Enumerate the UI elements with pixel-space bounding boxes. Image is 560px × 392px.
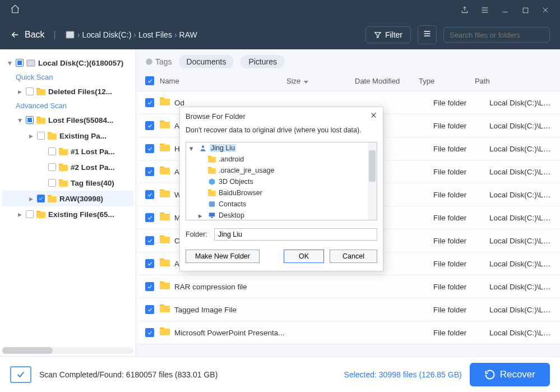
row-checkbox[interactable] xyxy=(145,121,154,130)
svg-marker-32 xyxy=(160,213,165,214)
tree-item-deleted[interactable]: ▸ Deleted Files(12... xyxy=(2,84,133,99)
cell-type: File folder xyxy=(433,237,489,245)
dialog-tree-item[interactable]: Contacts xyxy=(186,199,377,210)
breadcrumb-item[interactable]: RAW xyxy=(179,30,197,39)
checkbox[interactable] xyxy=(37,195,45,202)
svg-rect-46 xyxy=(208,168,216,174)
dialog-scrollbar[interactable] xyxy=(368,142,377,220)
row-checkbox[interactable] xyxy=(145,282,154,291)
col-path[interactable]: Path xyxy=(475,77,551,85)
tag-header: Tags Documents Pictures xyxy=(136,49,560,74)
row-checkbox[interactable] xyxy=(145,236,154,245)
dialog-tree-item[interactable]: .oracle_jre_usage xyxy=(186,165,377,176)
row-checkbox[interactable] xyxy=(145,259,154,268)
col-name[interactable]: Name xyxy=(160,77,286,85)
tag-pictures[interactable]: Pictures xyxy=(240,55,285,68)
tree-item-lost-pa1[interactable]: #1 Lost Pa... xyxy=(2,144,133,159)
folder-icon xyxy=(160,144,170,154)
folder-icon xyxy=(160,190,170,200)
filter-button[interactable]: Filter xyxy=(365,26,411,43)
tree-root[interactable]: ▾ Local Disk(C:)(6180057) xyxy=(2,55,133,71)
checkbox[interactable] xyxy=(48,163,56,171)
breadcrumb-item[interactable]: Local Disk(C:) xyxy=(82,30,131,39)
table-row[interactable]: Microsoft PowerPoint Presenta...File fol… xyxy=(136,321,560,344)
tree-item-raw[interactable]: ▸ RAW(30998) xyxy=(2,191,133,206)
select-all-checkbox[interactable] xyxy=(145,76,154,85)
search-box[interactable] xyxy=(443,27,550,43)
cell-path: Local Disk(C:)\Lost F... xyxy=(489,145,551,153)
checkbox[interactable] xyxy=(16,59,24,67)
checkbox[interactable] xyxy=(48,147,56,155)
chevron-down-icon[interactable]: ▾ xyxy=(6,58,13,67)
svg-marker-30 xyxy=(160,190,165,191)
row-checkbox[interactable] xyxy=(145,305,154,314)
selected-text: Selected: 30998 files (126.85 GB) xyxy=(344,370,462,379)
maximize-button[interactable] xyxy=(515,0,535,20)
row-checkbox[interactable] xyxy=(145,167,154,176)
dialog-tree-item[interactable]: 3D Objects xyxy=(186,176,377,187)
tree-item-lost-pa2[interactable]: #2 Lost Pa... xyxy=(2,159,133,175)
close-button[interactable] xyxy=(535,0,556,20)
make-new-folder-button[interactable]: Make New Folder xyxy=(186,250,260,263)
dialog-close-button[interactable] xyxy=(370,112,377,121)
checkbox[interactable] xyxy=(26,116,34,124)
row-checkbox[interactable] xyxy=(145,213,154,222)
dialog-folder-tree[interactable]: ▾ Jing Liu .android.oracle_jre_usage3D O… xyxy=(186,142,377,220)
checkbox[interactable] xyxy=(26,87,34,95)
dialog-tree-item[interactable]: BaiduBrowser xyxy=(186,187,377,199)
folder-input[interactable] xyxy=(214,228,377,241)
dialog-tree-item[interactable]: .android xyxy=(186,154,377,165)
checkbox[interactable] xyxy=(37,132,45,140)
chevron-right-icon[interactable]: ▸ xyxy=(16,87,24,96)
cancel-button[interactable]: Cancel xyxy=(330,250,377,263)
col-date[interactable]: Date Modified xyxy=(355,77,419,85)
table-row[interactable]: Tagged Image FileFile folderLocal Disk(C… xyxy=(136,298,560,321)
share-icon[interactable] xyxy=(455,0,475,20)
row-checkbox[interactable] xyxy=(145,98,154,107)
checkbox[interactable] xyxy=(48,179,56,187)
row-checkbox[interactable] xyxy=(145,190,154,199)
row-checkbox[interactable] xyxy=(145,328,154,337)
svg-rect-52 xyxy=(211,217,213,218)
tree-item-tag-files[interactable]: Tag files(40) xyxy=(2,175,133,191)
svg-rect-8 xyxy=(48,133,57,140)
folder-icon xyxy=(160,259,170,269)
back-button[interactable]: Back xyxy=(10,30,45,40)
home-icon[interactable] xyxy=(10,4,20,16)
cell-type: File folder xyxy=(433,283,489,291)
tag-documents[interactable]: Documents xyxy=(179,55,234,68)
svg-rect-35 xyxy=(160,260,170,266)
chevron-right-icon[interactable]: ▸ xyxy=(198,211,205,220)
svg-marker-47 xyxy=(208,167,212,168)
col-size[interactable]: Size xyxy=(286,77,355,85)
folder-icon xyxy=(160,98,170,108)
search-input[interactable] xyxy=(450,31,544,39)
breadcrumb-item[interactable]: Lost Files xyxy=(138,30,172,39)
minimize-button[interactable] xyxy=(495,0,515,20)
tree-label: #2 Lost Pa... xyxy=(71,163,115,172)
dialog-tree-root[interactable]: ▾ Jing Liu xyxy=(186,142,377,154)
ok-button[interactable]: OK xyxy=(284,250,324,263)
menu-icon[interactable] xyxy=(475,0,495,20)
user-icon xyxy=(198,144,207,153)
horizontal-scrollbar[interactable] xyxy=(2,347,133,354)
chevron-right-icon[interactable]: ▸ xyxy=(27,131,35,140)
recover-button[interactable]: Recover xyxy=(470,363,550,386)
chevron-right-icon[interactable]: ▸ xyxy=(27,194,35,203)
row-checkbox[interactable] xyxy=(145,144,154,153)
table-row[interactable]: RAR compression fileFile folderLocal Dis… xyxy=(136,275,560,298)
chevron-down-icon[interactable]: ▾ xyxy=(189,144,196,153)
tree-item-existing-pa[interactable]: ▸ Existing Pa... xyxy=(2,128,133,144)
dialog-tree-item[interactable]: ▸Desktop xyxy=(186,210,377,220)
chevron-down-icon[interactable]: ▾ xyxy=(16,116,24,124)
list-view-button[interactable] xyxy=(418,25,437,44)
svg-marker-38 xyxy=(160,282,165,283)
status-text: Scan Completed/Found: 6180057 files (833… xyxy=(39,370,217,379)
tree-item-lost[interactable]: ▾ Lost Files(55084... xyxy=(2,112,133,128)
checkbox[interactable] xyxy=(26,210,34,218)
tree-item-existing-files[interactable]: ▸ Existing Files(65... xyxy=(2,206,133,222)
col-type[interactable]: Type xyxy=(419,77,475,85)
folder-icon xyxy=(207,211,216,220)
chevron-right-icon[interactable]: ▸ xyxy=(16,210,24,219)
folder-icon xyxy=(160,213,170,223)
